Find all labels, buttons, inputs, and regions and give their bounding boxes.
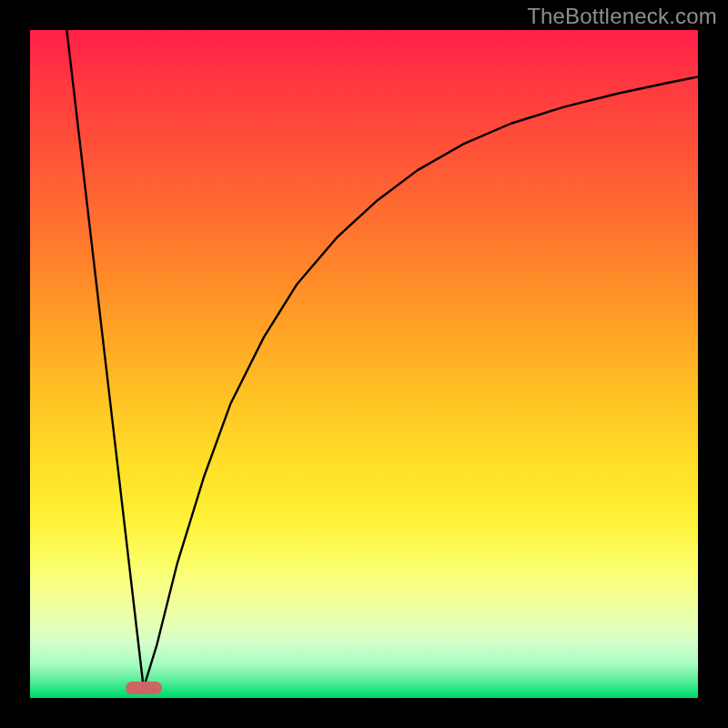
optimal-marker bbox=[126, 682, 162, 694]
curve-layer bbox=[30, 30, 698, 698]
plot-area bbox=[30, 30, 698, 698]
watermark-text: TheBottleneck.com bbox=[527, 4, 717, 29]
bottleneck-curve bbox=[66, 30, 698, 688]
chart-frame: TheBottleneck.com bbox=[0, 0, 728, 728]
